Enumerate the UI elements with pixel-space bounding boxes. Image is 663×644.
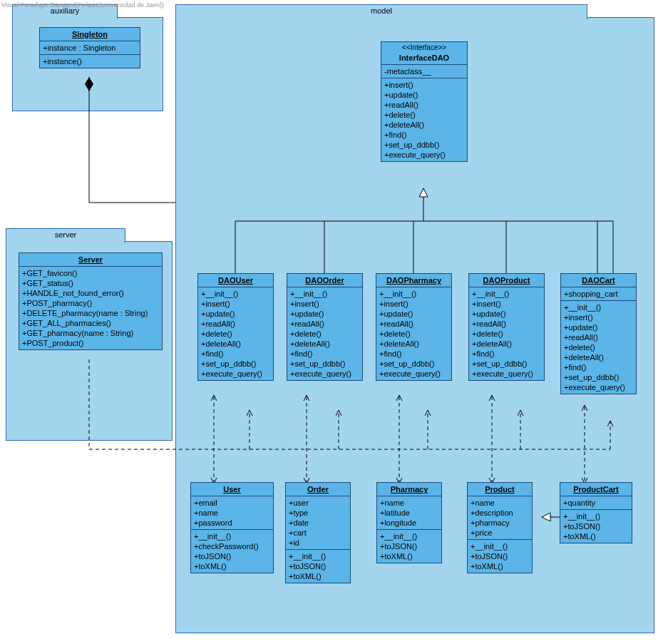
class-operations: +__init__()+toJSON()+toXML() <box>468 540 532 573</box>
class-operations: +__init__()+toJSON()+toXML() <box>286 550 350 583</box>
class-attributes: +quantity <box>560 496 632 510</box>
class-daoproduct: DAOProduct +__init__()+insert()+update()… <box>468 273 545 381</box>
class-attributes: +user+type+date+cart+id <box>286 496 350 550</box>
class-name: DAOOrder <box>287 274 362 287</box>
package-tab: model <box>175 4 587 19</box>
class-operations: +GET_favicon()+GET_status()+HANDLE_not_f… <box>19 267 162 349</box>
class-operations: +__init__()+insert()+update()+readAll()+… <box>198 287 273 380</box>
class-operations: +__init__()+insert()+update()+readAll()+… <box>287 287 362 380</box>
class-attributes: +email+name+password <box>191 496 273 530</box>
class-operations: +__init__()+insert()+update()+readAll()+… <box>469 287 544 380</box>
class-user: User +email+name+password +__init__()+ch… <box>190 482 274 573</box>
class-attributes: +shopping_cart <box>561 287 636 301</box>
class-interfacedao: <<Interface>> InterfaceDAO -metaclass__ … <box>381 41 468 162</box>
class-operations: +instance() <box>40 55 140 68</box>
class-operations: +__init__()+insert()+update()+readAll()+… <box>376 287 451 380</box>
class-attributes: -metaclass__ <box>381 65 467 78</box>
class-productcart: ProductCart +quantity +__init__()+toJSON… <box>560 482 632 543</box>
class-operations: +__init__()+checkPassword()+toJSON()+toX… <box>191 530 273 573</box>
class-name: ProductCart <box>560 483 632 496</box>
class-name: DAOCart <box>561 274 636 287</box>
class-name: Product <box>468 483 532 496</box>
class-singleton: Singleton +instance : Singleton +instanc… <box>39 27 140 68</box>
class-order: Order +user+type+date+cart+id +__init__(… <box>285 482 351 583</box>
class-stereotype: <<Interface>> <box>381 42 467 51</box>
class-name: Pharmacy <box>377 483 441 496</box>
class-name: DAOUser <box>198 274 273 287</box>
class-name: DAOProduct <box>469 274 544 287</box>
class-operations: +insert()+update()+readAll()+delete()+de… <box>381 78 467 161</box>
class-operations: +__init__()+insert()+update()+readAll()+… <box>561 301 636 394</box>
class-daouser: DAOUser +__init__()+insert()+update()+re… <box>197 273 274 381</box>
class-operations: +__init__()+toJSON()+toXML() <box>560 510 632 543</box>
class-name: User <box>191 483 273 496</box>
class-name: DAOPharmacy <box>376 274 451 287</box>
package-tab: server <box>6 228 125 243</box>
class-name: Order <box>286 483 350 496</box>
class-attributes: +name+description+pharmacy+price <box>468 496 532 540</box>
class-server: Server +GET_favicon()+GET_status()+HANDL… <box>19 252 163 350</box>
class-daoorder: DAOOrder +__init__()+insert()+update()+r… <box>287 273 363 381</box>
class-pharmacy: Pharmacy +name+latitude+longitude +__ini… <box>376 482 442 563</box>
class-name: InterfaceDAO <box>381 51 467 65</box>
class-attributes: +instance : Singleton <box>40 41 140 55</box>
class-name: Server <box>19 253 162 267</box>
class-attributes: +name+latitude+longitude <box>377 496 441 530</box>
class-daocart: DAOCart +shopping_cart +__init__()+inser… <box>560 273 637 394</box>
class-daopharmacy: DAOPharmacy +__init__()+insert()+update(… <box>376 273 452 381</box>
class-name: Singleton <box>40 28 140 41</box>
class-product: Product +name+description+pharmacy+price… <box>467 482 533 573</box>
watermark: Visual Paradigm Standard(Felipe2(Univers… <box>1 1 164 9</box>
class-operations: +__init__()+toJSON()+toXML() <box>377 530 441 563</box>
